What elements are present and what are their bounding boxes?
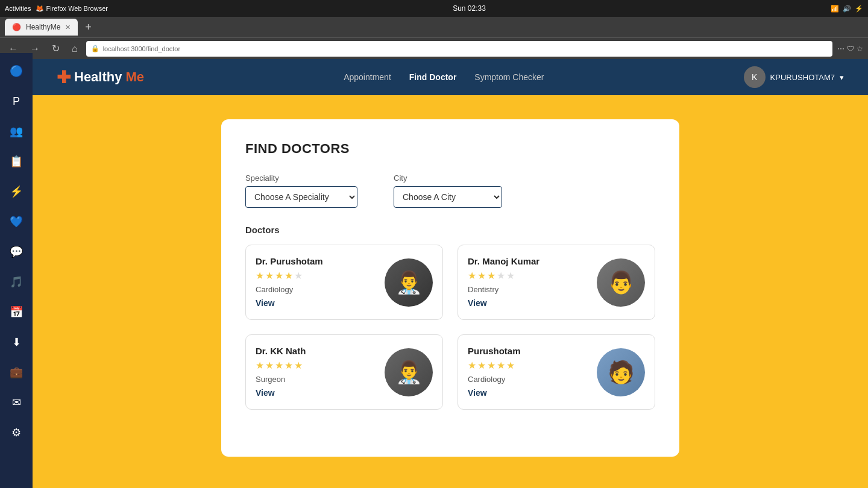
- sidebar-icon-circle[interactable]: 🔵: [5, 60, 27, 82]
- wifi-icon: 📶: [831, 5, 839, 13]
- page-title: FIND DOCTORS: [245, 141, 655, 157]
- toolbar-icons: ⋯ 🛡 ☆: [837, 45, 863, 53]
- doctor-stars-1: ★ ★ ★ ★ ★: [256, 270, 377, 281]
- shield-icon: 🛡: [847, 45, 854, 53]
- doctor-name-1: Dr. Purushotam: [256, 256, 377, 266]
- star-4-5: ★: [506, 360, 515, 371]
- doctor-name-2: Dr. Manoj Kumar: [468, 256, 590, 266]
- star-1-1: ★: [256, 270, 264, 281]
- doctor-specialty-3: Surgeon: [256, 375, 377, 384]
- logo-healthy: Healthy: [74, 69, 122, 85]
- sidebar: 🔵 P 👥 📋 ⚡ 💙 💬 🎵 📅 ⬇ 💼 ✉ ⚙: [0, 53, 33, 488]
- view-link-3[interactable]: View: [256, 388, 275, 398]
- nav-find-doctor[interactable]: Find Doctor: [409, 72, 457, 82]
- sidebar-icon-vscode[interactable]: 💙: [5, 211, 27, 233]
- app-header: ✚ HealthyMe Appointment Find Doctor Symp…: [33, 59, 868, 95]
- bookmark-icon[interactable]: ☆: [857, 45, 863, 53]
- doctor-specialty-2: Dentistry: [468, 285, 590, 294]
- city-filter-group: City Choose A City Delhi Mumbai Bangalor…: [394, 174, 502, 208]
- star-4-1: ★: [468, 360, 476, 371]
- doctor-photo-4: 🧑: [597, 348, 645, 396]
- tab-title: HealthyMe: [26, 23, 60, 31]
- avatar: K: [744, 66, 766, 88]
- view-link-2[interactable]: View: [468, 298, 487, 308]
- browser-tab[interactable]: 🔴 HealthyMe ✕: [5, 19, 78, 36]
- chevron-down-icon: ▾: [840, 73, 844, 82]
- doctors-section-label: Doctors: [245, 225, 655, 235]
- user-menu[interactable]: K KPURUSHOTAM7 ▾: [744, 66, 844, 88]
- logo: ✚ HealthyMe: [57, 67, 144, 87]
- view-link-4[interactable]: View: [468, 388, 487, 398]
- username: KPURUSHOTAM7: [770, 73, 835, 82]
- star-3-4: ★: [285, 360, 293, 371]
- sidebar-icon-chat[interactable]: 💬: [5, 241, 27, 263]
- sidebar-icon-docs[interactable]: 📋: [5, 151, 27, 172]
- star-4-3: ★: [487, 360, 495, 371]
- doctors-grid: Dr. Purushotam ★ ★ ★ ★ ★ Cardiology View: [245, 245, 655, 410]
- doctor-stars-4: ★ ★ ★ ★ ★: [468, 360, 590, 371]
- doctor-info-2: Dr. Manoj Kumar ★ ★ ★ ★ ★ Dentistry View: [468, 256, 590, 308]
- city-label: City: [394, 174, 502, 183]
- sidebar-icon-slack[interactable]: 💼: [5, 361, 27, 383]
- new-tab-button[interactable]: +: [80, 22, 96, 33]
- doctor-info-1: Dr. Purushotam ★ ★ ★ ★ ★ Cardiology View: [256, 256, 377, 308]
- browser-chrome: Activities 🦊 Firefox Web Browser Sun 02:…: [0, 0, 868, 59]
- title-bar-center: Sun 02:33: [453, 4, 486, 13]
- app-wrapper: FIND DOCTORS Speciality Choose A Special…: [33, 95, 868, 488]
- title-bar: Activities 🦊 Firefox Web Browser Sun 02:…: [0, 0, 868, 17]
- star-2-2: ★: [477, 270, 486, 281]
- doctor-stars-3: ★ ★ ★ ★ ★: [256, 360, 377, 371]
- speciality-select[interactable]: Choose A Speciality Cardiology Dentistry…: [245, 186, 357, 208]
- star-3-5: ★: [294, 360, 303, 371]
- doctor-name-3: Dr. KK Nath: [256, 346, 377, 356]
- title-bar-right: 📶 🔊 ⚡: [831, 5, 863, 13]
- star-3-3: ★: [275, 360, 283, 371]
- address-bar[interactable]: 🔒 localhost:3000/find_doctor: [86, 41, 832, 57]
- power-icon: ⚡: [855, 5, 863, 13]
- star-4-4: ★: [497, 360, 505, 371]
- nav-appointment[interactable]: Appointment: [344, 72, 391, 82]
- extensions-icon[interactable]: ⋯: [837, 45, 844, 53]
- speciality-label: Speciality: [245, 174, 357, 183]
- doctor-specialty-4: Cardiology: [468, 375, 590, 384]
- nav-links: Appointment Find Doctor Symptom Checker: [344, 72, 544, 82]
- sidebar-icon-sublime[interactable]: ⚡: [5, 181, 27, 202]
- find-doctors-card: FIND DOCTORS Speciality Choose A Special…: [221, 119, 679, 457]
- doctor-card-2: Dr. Manoj Kumar ★ ★ ★ ★ ★ Dentistry View: [458, 245, 655, 320]
- doctor-photo-2: 👨: [597, 258, 645, 307]
- sidebar-icon-mail[interactable]: ✉: [5, 392, 27, 413]
- logo-me: Me: [125, 69, 144, 85]
- star-1-5: ★: [294, 270, 303, 281]
- nav-symptom-checker[interactable]: Symptom Checker: [474, 72, 544, 82]
- sidebar-icon-download[interactable]: ⬇: [5, 331, 27, 353]
- filters-row: Speciality Choose A Speciality Cardiolog…: [245, 174, 655, 208]
- avatar-initial: K: [752, 72, 757, 82]
- star-2-3: ★: [487, 270, 495, 281]
- sidebar-icon-teams[interactable]: 👥: [5, 120, 27, 142]
- star-2-1: ★: [468, 270, 476, 281]
- doctor-stars-2: ★ ★ ★ ★ ★: [468, 270, 590, 281]
- doctor-info-3: Dr. KK Nath ★ ★ ★ ★ ★ Surgeon View: [256, 346, 377, 398]
- city-select[interactable]: Choose A City Delhi Mumbai Bangalore Hyd…: [394, 186, 502, 208]
- address-text: localhost:3000/find_doctor: [103, 45, 180, 52]
- view-link-1[interactable]: View: [256, 298, 275, 308]
- doctor-info-4: Purushotam ★ ★ ★ ★ ★ Cardiology View: [468, 346, 590, 398]
- tab-close-button[interactable]: ✕: [65, 23, 71, 31]
- star-3-1: ★: [256, 360, 264, 371]
- volume-icon: 🔊: [843, 5, 851, 13]
- star-2-4: ★: [497, 270, 505, 281]
- sidebar-icon-spotify[interactable]: 🎵: [5, 271, 27, 293]
- reload-button[interactable]: ↻: [48, 42, 63, 55]
- sidebar-icon-calendar[interactable]: 📅: [5, 301, 27, 323]
- activities-label[interactable]: Activities: [5, 5, 31, 12]
- tab-favicon: 🔴: [12, 23, 21, 31]
- browser-label: 🦊 Firefox Web Browser: [36, 5, 108, 13]
- logo-plus-icon: ✚: [57, 67, 71, 87]
- speciality-filter-group: Speciality Choose A Speciality Cardiolog…: [245, 174, 357, 208]
- doctor-name-4: Purushotam: [468, 346, 590, 356]
- home-button[interactable]: ⌂: [68, 42, 81, 55]
- doctor-card-3: Dr. KK Nath ★ ★ ★ ★ ★ Surgeon View: [245, 334, 443, 410]
- sidebar-icon-p[interactable]: P: [5, 90, 27, 112]
- sidebar-icon-settings[interactable]: ⚙: [5, 422, 27, 443]
- security-icon: 🔒: [91, 45, 99, 52]
